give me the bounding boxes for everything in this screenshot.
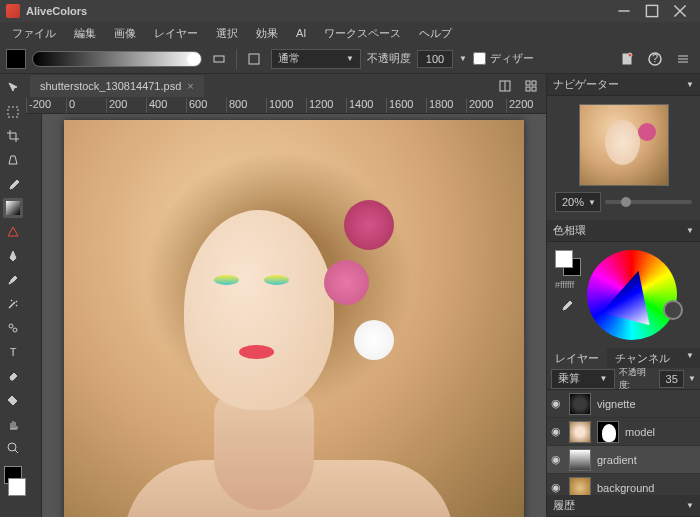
clone-tool[interactable] (3, 318, 23, 338)
menu-image[interactable]: 画像 (106, 23, 144, 44)
document-filename: shutterstock_130814471.psd (40, 80, 181, 92)
magic-wand-tool[interactable] (3, 294, 23, 314)
navigator-header[interactable]: ナビゲーター▼ (547, 74, 700, 96)
gradient-edit-icon[interactable] (208, 48, 230, 70)
tab-layers[interactable]: レイヤー (547, 348, 607, 368)
visibility-icon[interactable]: ◉ (551, 425, 563, 438)
chevron-down-icon[interactable]: ▼ (680, 348, 700, 368)
pen-tool[interactable] (3, 246, 23, 266)
close-button[interactable] (666, 0, 694, 22)
chevron-down-icon[interactable]: ▼ (688, 374, 696, 383)
gradient-linear-icon[interactable] (243, 48, 265, 70)
svg-rect-24 (532, 87, 536, 91)
menu-file[interactable]: ファイル (4, 23, 64, 44)
chevron-down-icon: ▼ (686, 80, 694, 89)
maximize-button[interactable] (638, 0, 666, 22)
huecircle-header[interactable]: 色相環▼ (547, 220, 700, 242)
help-icon[interactable]: ? (644, 48, 666, 70)
menu-edit[interactable]: 編集 (66, 23, 104, 44)
opacity-input[interactable]: 100 (417, 50, 453, 68)
divider (236, 49, 237, 69)
svg-text:T: T (10, 346, 17, 358)
settings-icon[interactable] (672, 48, 694, 70)
svg-rect-5 (249, 54, 259, 64)
document-tab[interactable]: shutterstock_130814471.psd × (30, 75, 204, 97)
zoom-slider[interactable] (605, 200, 692, 204)
svg-text:?: ? (652, 52, 658, 64)
dither-input[interactable] (473, 52, 486, 65)
color-wheel[interactable] (587, 250, 677, 340)
chevron-down-icon: ▼ (686, 501, 694, 510)
canvas[interactable] (42, 114, 546, 517)
layer-opacity-input[interactable]: 35 (659, 370, 684, 388)
hand-tool[interactable] (3, 414, 23, 434)
visibility-icon[interactable]: ◉ (551, 453, 563, 466)
svg-rect-23 (526, 87, 530, 91)
eyedropper-icon[interactable] (555, 294, 577, 316)
chevron-down-icon: ▼ (346, 54, 354, 63)
color-swatch[interactable] (6, 49, 26, 69)
hex-value: #ffffff (555, 280, 581, 290)
zoom-tool[interactable] (3, 438, 23, 458)
navigator-thumbnail[interactable] (579, 104, 669, 186)
menu-layer[interactable]: レイヤー (146, 23, 206, 44)
svg-rect-21 (526, 81, 530, 85)
color-triangle[interactable] (601, 264, 662, 325)
layer-thumbnail[interactable] (569, 421, 591, 443)
app-logo (6, 4, 20, 18)
layer-row[interactable]: ◉gradient (547, 446, 700, 474)
chevron-down-icon: ▼ (686, 226, 694, 235)
background-color[interactable] (8, 478, 26, 496)
menu-select[interactable]: 選択 (208, 23, 246, 44)
visibility-icon[interactable]: ◉ (551, 397, 563, 410)
layer-row[interactable]: ◉vignette (547, 390, 700, 418)
eraser-tool[interactable] (3, 366, 23, 386)
history-header[interactable]: 履歴▼ (547, 495, 700, 517)
chevron-down-icon: ▼ (588, 198, 596, 207)
layer-thumbnail[interactable] (569, 449, 591, 471)
menu-workspace[interactable]: ワークスペース (316, 23, 409, 44)
gradient-preview[interactable] (32, 51, 202, 67)
layer-thumbnail[interactable] (569, 393, 591, 415)
navigator-title: ナビゲーター (553, 77, 619, 92)
color-history-icon[interactable] (663, 300, 683, 320)
app-title: AliveColors (26, 5, 610, 17)
crop-tool[interactable] (3, 126, 23, 146)
options-bar: 通常▼ 不透明度 100 ▼ ディザー ? (0, 44, 700, 74)
zoom-value: 20% (562, 196, 584, 208)
layer-name: gradient (597, 454, 637, 466)
fg-bg-swatch[interactable] (555, 250, 581, 276)
fill-tool[interactable] (3, 390, 23, 410)
eyedropper-tool[interactable] (3, 174, 23, 194)
visibility-icon[interactable]: ◉ (551, 481, 563, 494)
gradient-tool[interactable] (3, 198, 23, 218)
svg-rect-22 (532, 81, 536, 85)
layer-name: model (625, 426, 655, 438)
shape-tool[interactable] (3, 222, 23, 242)
blendmode-value: 通常 (278, 51, 300, 66)
marquee-tool[interactable] (3, 102, 23, 122)
brush-tool[interactable] (3, 270, 23, 290)
menu-ai[interactable]: AI (288, 24, 314, 42)
minimize-button[interactable] (610, 0, 638, 22)
menu-effect[interactable]: 効果 (248, 23, 286, 44)
chevron-down-icon[interactable]: ▼ (459, 54, 467, 63)
zoom-dropdown[interactable]: 20%▼ (555, 192, 601, 212)
blendmode-dropdown[interactable]: 通常▼ (271, 49, 361, 69)
move-tool[interactable] (3, 78, 23, 98)
layer-thumbnail[interactable] (569, 477, 591, 496)
chevron-down-icon: ▼ (600, 374, 608, 383)
text-tool[interactable]: T (3, 342, 23, 362)
layer-row[interactable]: ◉model (547, 418, 700, 446)
layer-blendmode-dropdown[interactable]: 乗算▼ (551, 369, 615, 389)
tab-grid-icon[interactable] (520, 75, 542, 97)
notification-icon[interactable] (616, 48, 638, 70)
layer-mask-thumbnail[interactable] (597, 421, 619, 443)
dither-checkbox[interactable]: ディザー (473, 51, 534, 66)
menu-help[interactable]: ヘルプ (411, 23, 460, 44)
layer-row[interactable]: ◉background (547, 474, 700, 495)
tab-layout-icon[interactable] (494, 75, 516, 97)
close-tab-icon[interactable]: × (187, 80, 193, 92)
perspective-tool[interactable] (3, 150, 23, 170)
layer-name: vignette (597, 398, 636, 410)
